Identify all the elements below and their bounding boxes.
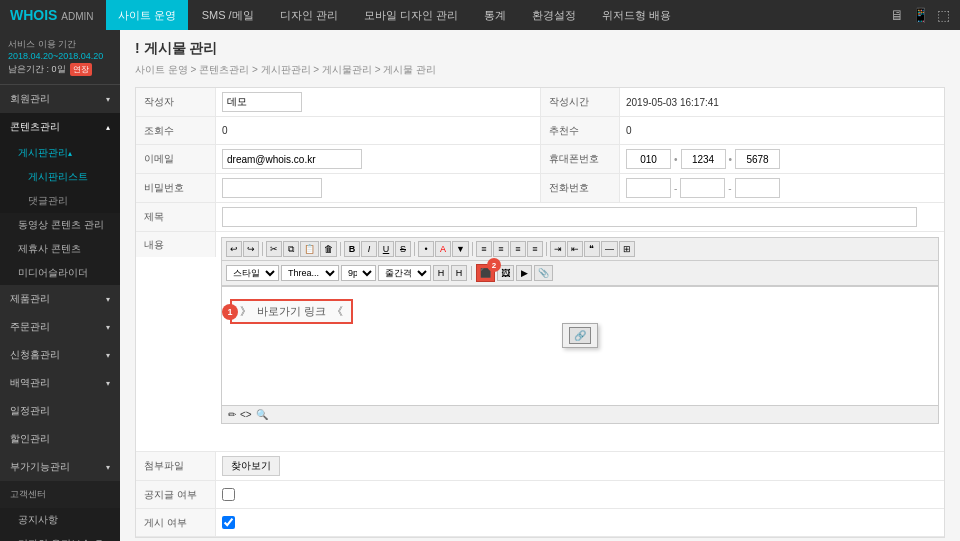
sidebar-item-order[interactable]: 주문관리▾: [0, 313, 120, 341]
cut-btn[interactable]: ✂: [266, 241, 282, 257]
sidebar-item-product[interactable]: 제품관리▾: [0, 285, 120, 313]
zoom-icon[interactable]: 🔍: [256, 409, 268, 420]
sidebar-item-apply[interactable]: 신청홈관리▾: [0, 341, 120, 369]
toolbar-sep-5: [546, 242, 547, 256]
align-center-btn[interactable]: ≡: [493, 241, 509, 257]
size-select[interactable]: 9pt: [341, 265, 376, 281]
media-btn[interactable]: ▶: [516, 265, 532, 281]
nav-item-wizard[interactable]: 위저드형 배용: [590, 0, 683, 30]
author-label: 작성자: [136, 88, 216, 116]
sidebar-sub-board-list[interactable]: 게시판리스트: [0, 165, 120, 189]
nav-item-sms[interactable]: SMS /메일: [190, 0, 266, 30]
mobile-value: • •: [620, 145, 944, 173]
mobile-input-2[interactable]: [681, 149, 726, 169]
hr-btn[interactable]: —: [601, 241, 618, 257]
redo-btn[interactable]: ↪: [243, 241, 259, 257]
table-btn[interactable]: ⊞: [619, 241, 635, 257]
notice-label: 공지글 여부: [136, 481, 216, 508]
mobile-input-3[interactable]: [735, 149, 780, 169]
font-color-btn[interactable]: A: [435, 241, 451, 257]
h-btn-2[interactable]: H: [451, 265, 467, 281]
badge-1: 1: [222, 304, 238, 320]
publish-checkbox[interactable]: [222, 516, 235, 529]
sidebar-item-content[interactable]: 콘텐츠관리▴: [0, 113, 120, 141]
code-icon[interactable]: <>: [240, 409, 252, 420]
mobile-input-1[interactable]: [626, 149, 671, 169]
notice-value: [216, 481, 944, 508]
attachment-browse-btn[interactable]: 찾아보기: [222, 456, 280, 476]
link-chevron-right: 《: [332, 304, 343, 319]
nav-item-mobile[interactable]: 모바일 디자인 관리: [352, 0, 470, 30]
paste-btn[interactable]: 📋: [300, 241, 319, 257]
toolbar-sep-1: [262, 242, 263, 256]
sidebar-item-members[interactable]: 회원관리▾: [0, 85, 120, 113]
nav-left: WHOIS ADMIN 사이트 운영 SMS /메일 디자인 관리 모바일 디자…: [10, 0, 683, 30]
notice-checkbox[interactable]: [222, 488, 235, 501]
title-input[interactable]: [222, 207, 917, 227]
justify-btn[interactable]: ≡: [527, 241, 543, 257]
toolbar-sep-3: [414, 242, 415, 256]
pencil-icon[interactable]: ✏: [228, 409, 236, 420]
style-select[interactable]: 스타일: [226, 265, 279, 281]
line-height-select[interactable]: 줄간격: [378, 265, 431, 281]
sidebar-sub-media[interactable]: 미디어슬라이더: [0, 261, 120, 285]
font-select[interactable]: Threa...: [281, 265, 339, 281]
undo-btn[interactable]: ↩: [226, 241, 242, 257]
italic-btn[interactable]: I: [361, 241, 377, 257]
strikethrough-btn[interactable]: S: [395, 241, 411, 257]
bold-btn[interactable]: B: [344, 241, 360, 257]
indent-btn[interactable]: ⇥: [550, 241, 566, 257]
nav-item-stats[interactable]: 통계: [472, 0, 518, 30]
sidebar-sub-comment[interactable]: 댓글관리: [0, 189, 120, 213]
bullet-btn[interactable]: •: [418, 241, 434, 257]
editor-link-text[interactable]: 》 바로가기 링크 《: [230, 299, 353, 324]
sidebar-sub-notice[interactable]: 공지사항: [0, 508, 120, 532]
chain-icon: 🔗: [574, 330, 586, 341]
logo-text: WHOIS: [10, 7, 57, 23]
editor-content[interactable]: 1 》 바로가기 링크 《 🔗: [221, 286, 939, 406]
date-value: 2019-05-03 16:17:41: [620, 88, 944, 116]
nav-item-site[interactable]: 사이트 운영: [106, 0, 188, 30]
monitor-icon[interactable]: 🖥: [890, 7, 904, 23]
logout-icon[interactable]: ⬚: [937, 7, 950, 23]
sidebar-item-배역[interactable]: 배역관리▾: [0, 369, 120, 397]
email-value: [216, 145, 540, 173]
sidebar-sub-partner[interactable]: 제휴사 콘텐츠: [0, 237, 120, 261]
h-btn-1[interactable]: H: [433, 265, 449, 281]
nav-right-icons: 🖥 📱 ⬚: [890, 7, 950, 23]
sidebar-item-schedule[interactable]: 일정관리: [0, 397, 120, 425]
phone-input-1[interactable]: [626, 178, 671, 198]
sidebar-item-addon[interactable]: 부가기능관리▾: [0, 453, 120, 481]
phone-input-2[interactable]: [680, 178, 725, 198]
author-input[interactable]: [222, 92, 302, 112]
sidebar-item-discount[interactable]: 할인관리: [0, 425, 120, 453]
nav-item-settings[interactable]: 환경설정: [520, 0, 588, 30]
badge-2: 2: [487, 258, 501, 272]
file-btn[interactable]: 📎: [534, 265, 553, 281]
sidebar-sub-board[interactable]: 게시판관리▴: [0, 141, 120, 165]
email-label: 이메일: [136, 145, 216, 173]
blockquote-btn[interactable]: ❝: [584, 241, 600, 257]
delete-btn[interactable]: 🗑: [320, 241, 337, 257]
sidebar-sub-video[interactable]: 동영상 콘텐츠 관리: [0, 213, 120, 237]
underline-btn[interactable]: U: [378, 241, 394, 257]
form-row-title: 제목: [136, 203, 944, 232]
nav-item-design[interactable]: 디자인 관리: [268, 0, 350, 30]
service-date: 2018.04.20~2018.04.20: [8, 51, 112, 61]
font-dropdown-btn[interactable]: ▼: [452, 241, 469, 257]
align-right-btn[interactable]: ≡: [510, 241, 526, 257]
phone-input-3[interactable]: [735, 178, 780, 198]
email-input[interactable]: [222, 149, 362, 169]
editor-wrapper: ↩ ↪ ✂ ⧉ 📋 🗑 B I U S • A: [216, 232, 944, 429]
mobile-icon[interactable]: 📱: [912, 7, 929, 23]
author-value: [216, 88, 540, 116]
password-input[interactable]: [222, 178, 322, 198]
copy-btn[interactable]: ⧉: [283, 241, 299, 257]
link-icon-btn[interactable]: 🔗: [569, 327, 591, 344]
sidebar-sub-design-request[interactable]: 디자인 유지보수 요청: [0, 532, 120, 541]
title-value: [216, 203, 944, 231]
form-container: 작성자 작성시간 2019-05-03 16:17:41 조회수 0 추천수 0…: [135, 87, 945, 538]
align-left-btn[interactable]: ≡: [476, 241, 492, 257]
outdent-btn[interactable]: ⇤: [567, 241, 583, 257]
days-badge: 연장: [70, 63, 92, 76]
